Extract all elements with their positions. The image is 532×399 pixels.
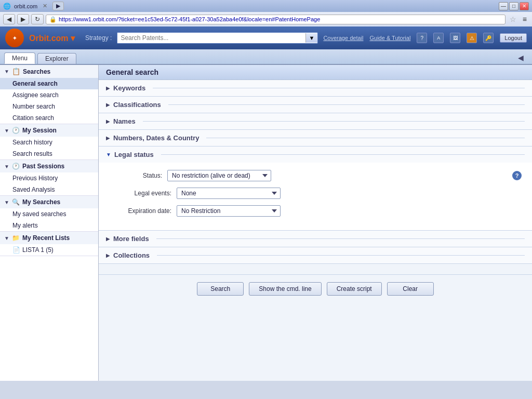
my-session-icon: 🕐	[12, 127, 20, 134]
expiration-date-label: Expiration date:	[109, 207, 177, 215]
window-controls: — □ ✕	[499, 2, 529, 10]
legal-status-divider	[161, 154, 525, 155]
sidebar-item-citation-search[interactable]: Citation search	[0, 112, 98, 124]
keywords-section: ▶ Keywords	[99, 80, 532, 97]
sidebar-group-my-session[interactable]: ▼ 🕐 My Session	[0, 124, 98, 137]
logo-text: ✦	[12, 35, 17, 41]
past-sessions-arrow-icon: ▼	[4, 164, 9, 169]
more-fields-divider	[156, 238, 525, 239]
classifications-arrow-icon: ▶	[106, 102, 110, 108]
sidebar-item-lista1[interactable]: 📄LISTA 1 (5)	[0, 244, 98, 256]
collections-divider	[157, 255, 525, 256]
my-recent-lists-arrow-icon: ▼	[4, 235, 9, 241]
legal-status-header[interactable]: ▼ Legal status	[99, 147, 532, 163]
expiration-date-row: Expiration date: No Restriction Within 1…	[109, 205, 522, 217]
app-header: ✦ Orbit.com ▾ Strategy : ▼ Coverage deta…	[0, 26, 532, 49]
status-select[interactable]: No restriction (alive or dead) Alive onl…	[167, 170, 271, 181]
legal-status-arrow-icon: ▼	[106, 152, 111, 157]
status-row: Status: No restriction (alive or dead) A…	[109, 170, 522, 181]
legal-status-section: ▼ Legal status Status: No restriction (a…	[99, 147, 532, 231]
my-recent-lists-label: My Recent Lists	[22, 234, 70, 242]
new-tab-btn[interactable]: ▶	[52, 2, 64, 10]
classifications-title: Classifications	[113, 101, 161, 109]
translate-icon-btn[interactable]: A	[433, 33, 444, 43]
sidebar-group-my-recent-lists[interactable]: ▼ 📁 My Recent Lists	[0, 232, 98, 244]
classifications-section: ▶ Classifications	[99, 97, 532, 113]
classifications-header[interactable]: ▶ Classifications	[99, 97, 532, 113]
maximize-btn[interactable]: □	[509, 2, 518, 10]
numbers-dates-title: Numbers, Dates & Country	[113, 134, 199, 142]
sidebar-item-my-saved-searches[interactable]: My saved searches	[0, 208, 98, 220]
numbers-dates-header[interactable]: ▶ Numbers, Dates & Country	[99, 130, 532, 146]
sidebar-item-previous-history[interactable]: Previous History	[0, 172, 98, 184]
guide-tutorial-link[interactable]: Guide & Tutorial	[369, 35, 410, 41]
browser-tab-title: orbit.com	[14, 3, 37, 9]
sidebar-group-my-searches[interactable]: ▼ 🔍 My Searches	[0, 196, 98, 208]
orbit-brand[interactable]: Orbit.com ▾	[29, 33, 75, 43]
sidebar-item-assignee-search[interactable]: Assignee search	[0, 89, 98, 101]
keywords-header[interactable]: ▶ Keywords	[99, 80, 532, 96]
minimize-btn[interactable]: —	[499, 2, 508, 10]
help-icon-btn[interactable]: ?	[417, 33, 427, 43]
collapse-sidebar-btn[interactable]: ◀	[514, 51, 528, 64]
browser-toolbar: ◀ ▶ ↻ 🔒 ☆ ≡	[0, 12, 532, 26]
tab-close-btn[interactable]: ✕	[43, 3, 47, 9]
bookmark-btn[interactable]: ☆	[508, 14, 518, 24]
keywords-divider	[153, 88, 525, 88]
sidebar-item-search-results[interactable]: Search results	[0, 148, 98, 159]
numbers-dates-divider	[206, 138, 525, 138]
my-searches-arrow-icon: ▼	[4, 200, 9, 205]
settings-menu-btn[interactable]: ≡	[521, 14, 529, 24]
collections-title: Collections	[113, 251, 150, 259]
sidebar-section-past-sessions: ▼ 🕐 Past Sessions Previous History Saved…	[0, 160, 98, 196]
more-fields-section: ▶ More fields	[99, 231, 532, 247]
legal-events-select[interactable]: None Grant Lapse	[177, 188, 281, 199]
content-area: General search ▶ Keywords ▶ Classificati…	[99, 65, 532, 381]
searches-folder-icon: 📋	[12, 68, 20, 75]
keywords-title: Keywords	[113, 84, 145, 92]
search-btn[interactable]: Search	[197, 282, 244, 296]
strategy-search-input[interactable]	[117, 33, 305, 43]
collections-header[interactable]: ▶ Collections	[99, 247, 532, 263]
image-icon-btn[interactable]: 🖼	[450, 33, 460, 43]
create-script-btn[interactable]: Create script	[327, 282, 382, 296]
more-fields-title: More fields	[113, 235, 149, 243]
expiration-date-select[interactable]: No Restriction Within 1 year Within 5 ye…	[177, 205, 281, 217]
sidebar-section-my-recent-lists: ▼ 📁 My Recent Lists 📄LISTA 1 (5)	[0, 232, 98, 256]
back-btn[interactable]: ◀	[3, 14, 15, 24]
strategy-dropdown-btn[interactable]: ▼	[305, 33, 318, 43]
sidebar-item-saved-analysis[interactable]: Saved Analysis	[0, 184, 98, 195]
sidebar-group-searches[interactable]: ▼ 📋 Searches	[0, 65, 98, 78]
menu-tab[interactable]: Menu	[4, 52, 35, 64]
my-searches-label: My Searches	[22, 198, 60, 206]
past-sessions-icon: 🕐	[12, 163, 20, 170]
show-cmd-btn[interactable]: Show the cmd. line	[249, 282, 321, 296]
my-session-label: My Session	[22, 127, 57, 134]
sidebar-item-general-search[interactable]: General search	[0, 78, 98, 89]
warning-icon-btn[interactable]: ⚠	[467, 33, 477, 43]
url-input[interactable]	[59, 16, 502, 22]
legal-events-row: Legal events: None Grant Lapse	[109, 188, 522, 199]
close-btn[interactable]: ✕	[520, 2, 529, 10]
names-title: Names	[113, 117, 136, 125]
names-header[interactable]: ▶ Names	[99, 113, 532, 129]
my-searches-icon: 🔍	[12, 198, 20, 206]
more-fields-header[interactable]: ▶ More fields	[99, 231, 532, 247]
sidebar-item-my-alerts[interactable]: My alerts	[0, 220, 98, 231]
coverage-detail-link[interactable]: Coverage detail	[323, 35, 363, 41]
explorer-tab[interactable]: Explorer	[37, 53, 76, 64]
logout-btn[interactable]: Logout	[500, 33, 527, 43]
status-control: No restriction (alive or dead) Alive onl…	[167, 170, 522, 181]
strategy-label: Strategy :	[85, 34, 112, 42]
sidebar-group-past-sessions[interactable]: ▼ 🕐 Past Sessions	[0, 160, 98, 172]
numbers-dates-arrow-icon: ▶	[106, 135, 110, 141]
forward-btn[interactable]: ▶	[17, 14, 29, 24]
keywords-arrow-icon: ▶	[106, 85, 110, 91]
key-icon-btn[interactable]: 🔑	[483, 33, 494, 43]
status-help-icon[interactable]: ?	[512, 171, 522, 180]
refresh-btn[interactable]: ↻	[31, 14, 44, 24]
sidebar-item-number-search[interactable]: Number search	[0, 101, 98, 112]
clear-btn[interactable]: Clear	[387, 282, 434, 296]
sidebar-item-search-history[interactable]: Search history	[0, 137, 98, 148]
browser-tab-favicon: 🌐	[3, 3, 11, 10]
